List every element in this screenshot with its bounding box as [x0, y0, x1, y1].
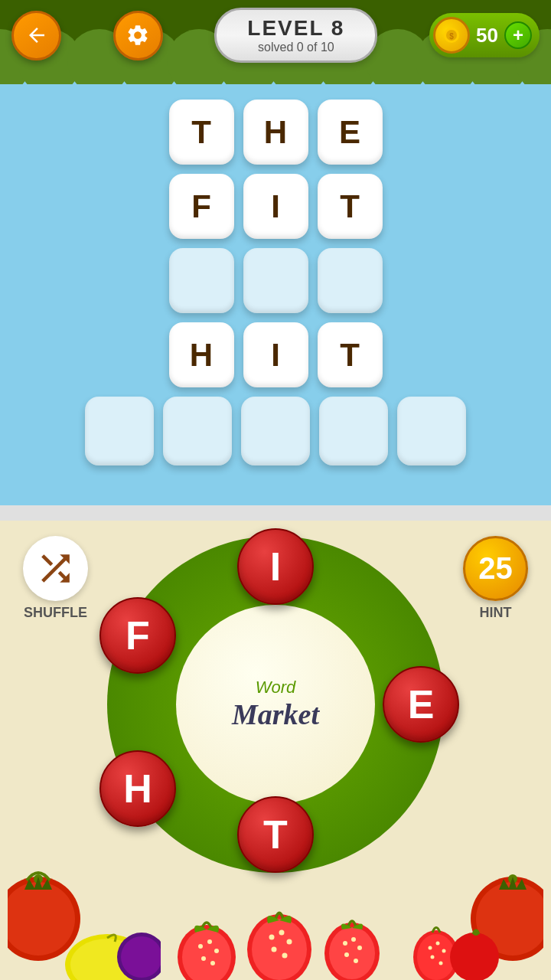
hint-label: HINT [480, 605, 512, 621]
svg-point-39 [207, 939, 212, 944]
svg-point-35 [473, 929, 479, 936]
tile-empty-3 [318, 248, 383, 313]
section-separator [0, 505, 551, 521]
tiles-area: T H E F I T H I T [0, 100, 551, 466]
svg-point-56 [354, 959, 358, 963]
tile-H2[interactable]: H [169, 322, 234, 387]
word-text: Word [232, 678, 319, 697]
svg-point-44 [252, 919, 307, 980]
svg-point-49 [282, 953, 288, 959]
svg-point-54 [357, 946, 362, 950]
tile-row-4: H I T [169, 322, 383, 387]
level-badge: LEVEL 8 solved 0 of 10 [214, 8, 377, 63]
right-fruits [390, 850, 543, 980]
level-title: LEVEL 8 [247, 16, 344, 41]
tile-T2[interactable]: T [318, 174, 383, 239]
shuffle-label: SHUFFLE [24, 605, 87, 621]
svg-point-52 [343, 941, 347, 946]
svg-point-30 [436, 942, 440, 946]
svg-point-53 [351, 937, 356, 942]
svg-point-55 [344, 952, 349, 957]
svg-point-31 [442, 949, 446, 953]
tile-empty-5-5 [397, 397, 466, 466]
tile-row-1: T H E [169, 100, 383, 165]
back-button[interactable] [11, 11, 61, 60]
tile-empty-5-3 [241, 397, 310, 466]
hint-count: 25 [478, 551, 513, 586]
bottom-game-area: SHUFFLE 25 HINT I E T H F Word Market [0, 521, 551, 980]
settings-button[interactable] [113, 11, 163, 60]
header: LEVEL 8 solved 0 of 10 $ 50 + [0, 8, 551, 63]
shuffle-button[interactable]: SHUFFLE [23, 536, 88, 621]
tile-I2[interactable]: I [243, 322, 308, 387]
tile-empty-5-1 [85, 397, 154, 466]
circle-letter-H[interactable]: H [99, 750, 176, 827]
left-fruits [8, 850, 161, 980]
tile-empty-5-2 [163, 397, 232, 466]
svg-point-29 [429, 946, 432, 950]
fruit-decoration [0, 850, 551, 980]
svg-point-28 [417, 934, 455, 980]
svg-point-41 [201, 956, 206, 961]
svg-text:$: $ [449, 32, 454, 41]
tile-row-2: F I T [169, 174, 383, 239]
word-market-text: Word Market [232, 678, 319, 731]
top-game-area: LEVEL 8 solved 0 of 10 $ 50 + T H E F [0, 0, 551, 505]
svg-point-45 [269, 935, 275, 940]
svg-point-38 [198, 944, 203, 949]
svg-point-33 [439, 962, 443, 965]
add-coins-button[interactable]: + [504, 21, 532, 49]
coin-icon: $ [433, 17, 470, 54]
coin-area: $ 50 + [429, 13, 540, 57]
tile-H1[interactable]: H [243, 100, 308, 165]
tile-row-3 [169, 248, 383, 313]
tile-E1[interactable]: E [318, 100, 383, 165]
svg-point-48 [272, 947, 277, 952]
tile-row-5 [85, 397, 466, 466]
svg-point-40 [214, 949, 219, 953]
word-circle-inner: Word Market [176, 605, 375, 804]
hint-button[interactable]: 25 HINT [463, 536, 528, 621]
shuffle-icon [34, 547, 77, 590]
coin-count: 50 [476, 24, 498, 47]
svg-point-42 [210, 961, 215, 965]
tile-empty-1 [169, 248, 234, 313]
tile-empty-2 [243, 248, 308, 313]
svg-point-32 [431, 956, 435, 959]
svg-point-51 [329, 927, 375, 979]
tile-T1[interactable]: T [169, 100, 234, 165]
svg-point-46 [279, 930, 285, 936]
tile-empty-5-4 [319, 397, 388, 466]
back-icon [25, 24, 48, 47]
word-circle-container: I E T H F Word Market [107, 536, 444, 873]
tile-F1[interactable]: F [169, 174, 234, 239]
market-text: Market [232, 697, 319, 731]
word-circle-outer: I E T H F Word Market [107, 536, 444, 873]
level-subtitle: solved 0 of 10 [247, 41, 344, 54]
hint-circle: 25 [463, 536, 528, 601]
circle-letter-I[interactable]: I [237, 528, 314, 605]
center-fruits [145, 880, 406, 980]
tile-I1[interactable]: I [243, 174, 308, 239]
tile-T3[interactable]: T [318, 322, 383, 387]
circle-letter-F[interactable]: F [99, 597, 176, 674]
svg-point-34 [450, 933, 499, 980]
shuffle-icon-bg [23, 536, 88, 601]
circle-letter-E[interactable]: E [383, 666, 459, 743]
coin-symbol: $ [442, 26, 461, 44]
svg-point-47 [287, 939, 292, 945]
settings-icon [126, 23, 150, 47]
